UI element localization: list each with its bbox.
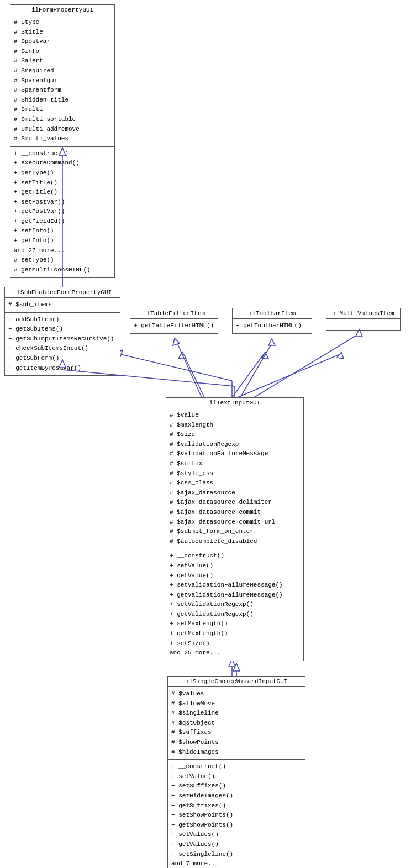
svg-line-19 (240, 343, 272, 397)
svg-marker-11 (337, 352, 344, 359)
box-section-ilMultiValuesItem-empty (326, 319, 400, 330)
box-attrs-ilFormPropertyGUI: # $type # $title # $postvar # $info # $a… (10, 15, 114, 147)
box-methods-ilSubEnabledFormPropertyGUI: + addSubItem() + getSubItems() + getSubI… (5, 313, 120, 376)
svg-marker-7 (178, 352, 186, 359)
box-ilMultiValuesItem: ilMultiValuesItem (326, 308, 401, 331)
svg-line-8 (232, 352, 265, 397)
box-methods-ilTextInputGUI: + __construct() + setValue() + getValue(… (166, 549, 303, 661)
box-ilFormPropertyGUI: ilFormPropertyGUI # $type # $title # $po… (10, 4, 115, 278)
box-title-ilSingleChoiceWizardInputGUI: ilSingleChoiceWizardInputGUI (168, 677, 305, 687)
box-ilToolbarItem: ilToolbarItem + getToolbarHTML() (232, 308, 312, 334)
box-attrs-ilSubEnabledFormPropertyGUI: # $sub_items (5, 298, 120, 313)
box-methods-ilFormPropertyGUI: + __construct() + executeCommand() + get… (10, 147, 114, 278)
box-methods-ilTableFilterItem: + getTableFilterHTML() (130, 319, 218, 333)
box-methods-ilToolbarItem: + getToolbarHTML() (233, 319, 312, 333)
svg-line-21 (254, 334, 359, 397)
box-attrs-ilSingleChoiceWizardInputGUI: # $values # $allowMove # $singleline # $… (168, 687, 305, 760)
svg-marker-9 (262, 352, 268, 359)
box-title-ilFormPropertyGUI: ilFormPropertyGUI (10, 5, 114, 15)
svg-line-6 (182, 352, 204, 397)
box-title-ilTextInputGUI: ilTextInputGUI (166, 398, 303, 408)
box-title-ilTableFilterItem: ilTableFilterItem (130, 308, 218, 319)
box-attrs-ilTextInputGUI: # $value # $maxlength # $size # $validat… (166, 408, 303, 549)
svg-line-10 (238, 353, 342, 397)
svg-marker-20 (268, 339, 275, 345)
box-ilTextInputGUI: ilTextInputGUI # $value # $maxlength # $… (166, 397, 304, 661)
box-title-ilSubEnabledFormPropertyGUI: ilSubEnabledFormPropertyGUI (5, 287, 120, 298)
svg-line-4 (116, 353, 232, 381)
box-methods-ilSingleChoiceWizardInputGUI: + __construct() + setValue() + setSuffix… (168, 760, 305, 868)
box-title-ilMultiValuesItem: ilMultiValuesItem (326, 308, 400, 319)
box-ilSingleChoiceWizardInputGUI: ilSingleChoiceWizardInputGUI # $values #… (167, 676, 305, 868)
box-ilTableFilterItem: ilTableFilterItem + getTableFilterHTML() (130, 308, 218, 334)
box-title-ilToolbarItem: ilToolbarItem (233, 308, 312, 319)
svg-line-17 (177, 342, 202, 397)
svg-marker-24 (233, 663, 240, 671)
svg-marker-18 (173, 338, 180, 345)
box-ilSubEnabledFormPropertyGUI: ilSubEnabledFormPropertyGUI # $sub_items… (4, 287, 120, 376)
